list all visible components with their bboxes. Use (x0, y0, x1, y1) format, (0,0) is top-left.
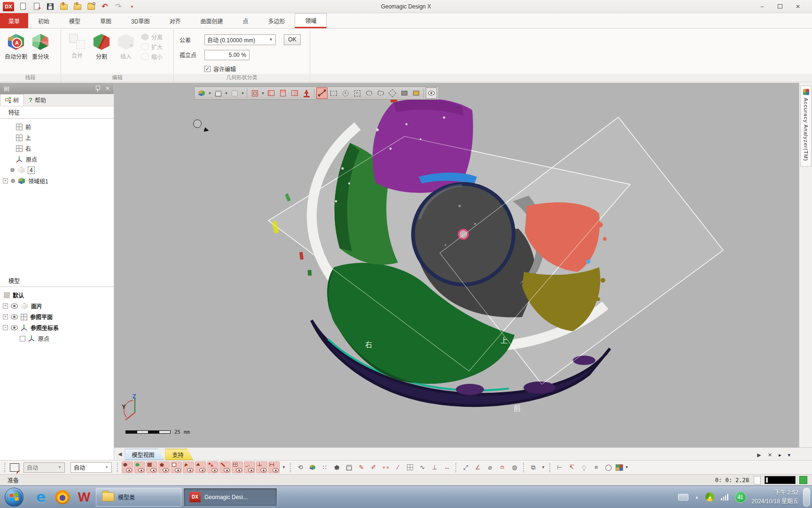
tab-tree[interactable]: 树 (0, 94, 24, 106)
smart-lasso-icon[interactable] (375, 87, 386, 99)
flood-select-icon[interactable] (410, 87, 422, 99)
open-file-icon[interactable]: ➜ (32, 2, 41, 11)
measure-section-icon[interactable]: ≏ (497, 461, 508, 473)
ok-button[interactable]: OK (284, 34, 301, 45)
minimize-button[interactable]: – (758, 3, 766, 10)
dimension-display-icon[interactable]: ↔ (441, 461, 453, 473)
quick-access-more-icon[interactable]: ▾ (127, 2, 137, 11)
firefox-taskbar-icon[interactable] (52, 487, 73, 508)
region-visibility-icon[interactable] (158, 461, 170, 473)
pencil-visibility-icon[interactable] (195, 461, 206, 473)
point-grid-icon[interactable]: ∷ (319, 461, 330, 473)
visibility-eye-icon[interactable] (11, 314, 18, 319)
annotation-icon[interactable]: ↸ (566, 461, 578, 473)
select-region-icon[interactable] (10, 463, 19, 472)
axis-display-icon[interactable]: ⊥ (429, 461, 440, 473)
tree-item-region-4[interactable]: 4 (0, 165, 114, 175)
pivot-icon[interactable] (301, 87, 312, 99)
tab-support[interactable]: 支持 (165, 449, 193, 460)
tree-item-default[interactable]: 默认 (0, 290, 114, 301)
start-button[interactable] (5, 488, 23, 507)
insert-button[interactable]: 插入 (114, 32, 138, 60)
pointcloud-visibility-icon[interactable] (146, 461, 157, 473)
region-display-icon[interactable] (331, 461, 343, 473)
tree-item-origin-child[interactable]: 原点 (0, 333, 114, 344)
toolbar-grip[interactable] (523, 463, 525, 472)
toolbar-grip[interactable] (290, 463, 292, 472)
folder-settings-icon[interactable]: ⚙ (86, 2, 96, 11)
curve-display-icon[interactable]: ∿ (417, 461, 428, 473)
tab-scroll-right-icon[interactable]: ▶ (757, 452, 761, 458)
merge-button[interactable]: 合并 (65, 32, 89, 59)
lasso-select-icon[interactable] (363, 87, 375, 99)
plane-split-icon[interactable] (289, 87, 300, 99)
expand-icon[interactable]: + (3, 314, 8, 319)
panel-close-icon[interactable]: ✕ (105, 85, 110, 92)
label-icon[interactable]: ≡ (591, 461, 602, 473)
body-display-icon[interactable] (344, 461, 355, 473)
close-button[interactable]: ✕ (794, 3, 802, 10)
mesh-visibility-icon[interactable] (122, 461, 133, 473)
plane-right-icon[interactable] (277, 87, 289, 99)
line-select-icon[interactable] (316, 87, 328, 99)
tree-item-ref-coords[interactable]: − 参照坐标系 (0, 322, 114, 333)
mesh-shade-icon[interactable] (307, 461, 318, 473)
coordinate-visibility-icon[interactable] (256, 461, 267, 473)
dx-logo[interactable]: DX (3, 2, 14, 11)
tab-model-view[interactable]: 模型视图 (125, 449, 164, 460)
view-cube-icon[interactable] (212, 87, 224, 99)
tab-list-caret-icon[interactable]: ▾ (788, 452, 790, 458)
section-line-icon[interactable]: ⁄ (392, 461, 404, 473)
enlarge-button[interactable]: 扩大 (141, 43, 163, 51)
sketch-visibility-icon[interactable] (183, 461, 194, 473)
tree-item-top-plane[interactable]: 上 (0, 132, 114, 143)
tab-align[interactable]: 对齐 (159, 13, 190, 28)
section-visibility-icon[interactable] (219, 461, 231, 473)
undo-icon[interactable]: ↶ (100, 2, 109, 11)
outlier-input[interactable]: 5.00 % (204, 50, 250, 60)
tab-point[interactable]: 点 (233, 13, 258, 28)
collapse-icon[interactable]: − (3, 325, 8, 330)
color-bar-caret[interactable]: ▼ (623, 465, 631, 469)
shading-mode-caret[interactable]: ▼ (208, 91, 212, 95)
tab-region[interactable]: 领域 (295, 13, 327, 28)
plane-visibility-icon[interactable] (232, 461, 243, 473)
wireframe-mode-icon[interactable] (249, 87, 260, 99)
viewport-canvas[interactable]: 右 上 前 ▼ ▼ ▼ ▼ (114, 83, 812, 447)
rect-select-icon[interactable] (328, 87, 339, 99)
save-icon[interactable] (46, 2, 55, 11)
tab-initial[interactable]: 初始 (28, 13, 59, 28)
wireframe-mode-caret[interactable]: ▼ (261, 91, 265, 95)
separate-button[interactable]: 分离 (141, 33, 163, 41)
display-mode-caret[interactable]: ▼ (241, 91, 245, 95)
visibility-toggle-icon[interactable] (426, 87, 437, 99)
expand-icon[interactable]: + (3, 178, 8, 183)
rollback-icon[interactable]: ⟲ (295, 461, 306, 473)
polygon-select-icon[interactable]: + (351, 87, 363, 99)
tab-close-icon[interactable]: ✕ (768, 452, 772, 458)
tab-surface[interactable]: 曲面创建 (190, 13, 233, 28)
region-select-icon[interactable] (398, 87, 410, 99)
edge-taskbar-icon[interactable]: e (30, 487, 52, 508)
notification-badge[interactable]: 41 (735, 492, 746, 503)
checkbox-icon[interactable] (20, 336, 25, 341)
expand-icon[interactable]: + (3, 303, 8, 309)
new-file-icon[interactable] (18, 2, 28, 11)
visibility-eye-icon[interactable] (11, 325, 18, 330)
shrink-button[interactable]: 缩小 (141, 53, 163, 61)
measure-angle-icon[interactable]: ∠ (472, 461, 484, 473)
taskbar-clock[interactable]: 下午 2:52 2024/10/18 星期五 (752, 488, 798, 506)
body-visibility-icon[interactable] (171, 461, 182, 473)
wps-taskbar-icon[interactable]: W (73, 487, 95, 508)
tab-scroll-left-icon[interactable]: ◀ (117, 451, 125, 460)
plane-display-icon[interactable] (405, 461, 416, 473)
tree-item-region-group[interactable]: + 领域组1 (0, 175, 114, 186)
visibility-more-caret[interactable]: ▼ (280, 465, 288, 469)
copy-view-icon[interactable]: ⧉ (528, 461, 539, 473)
tray-expand-icon[interactable]: ▲ (695, 495, 699, 500)
color-bar-icon[interactable] (616, 464, 623, 471)
tree-item-origin[interactable]: 原点 (0, 154, 114, 165)
visibility-eye-icon[interactable] (11, 303, 18, 309)
rename-edit-field[interactable]: 4 (28, 167, 35, 174)
split-button[interactable]: 分割 (89, 32, 114, 60)
